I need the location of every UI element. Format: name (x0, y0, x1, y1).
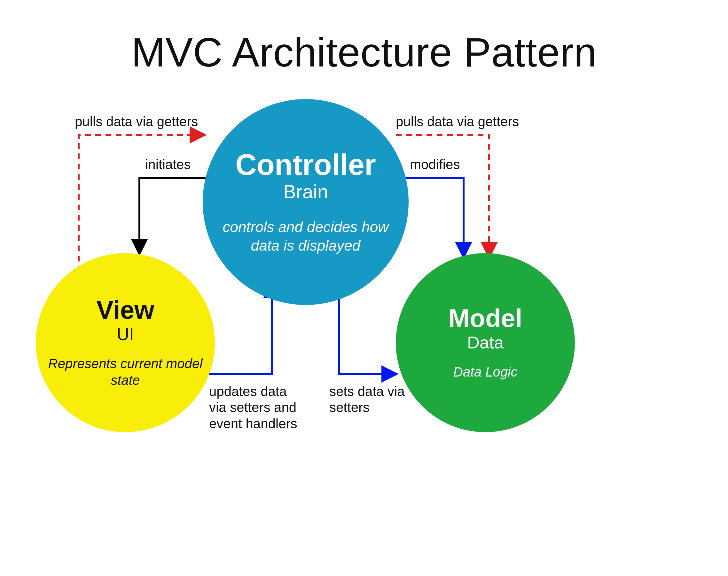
edge-controller-pulls-model (396, 135, 489, 256)
diagram-title: MVC Architecture Pattern (0, 29, 728, 76)
node-view-sub: UI (117, 324, 134, 344)
edge-label-initiates: initiates (145, 156, 191, 173)
edge-label-updates: updates data via setters and event handl… (209, 383, 305, 432)
node-model-sub: Data (467, 333, 504, 352)
edge-label-view-pulls: pulls data via getters (75, 114, 198, 130)
node-controller-desc: controls and decides how data is display… (212, 218, 399, 255)
edge-controller-initiates-view (139, 178, 207, 253)
node-model: Model Data Data Logic (396, 253, 575, 432)
diagram-canvas: MVC Architecture Pattern Controlle (0, 0, 728, 576)
edge-controller-modifies-model (404, 178, 464, 256)
edge-view-updates-controller (205, 285, 272, 374)
edge-controller-sets-model (339, 285, 395, 374)
node-controller-name: Controller (235, 149, 376, 180)
node-controller-sub: Brain (283, 181, 328, 203)
node-view-name: View (96, 297, 155, 323)
edge-label-modifies: modifies (410, 156, 460, 173)
edge-label-controller-pulls: pulls data via getters (396, 114, 519, 130)
node-model-desc: Data Logic (453, 364, 517, 381)
node-model-name: Model (448, 305, 522, 332)
edge-view-pulls-controller (79, 135, 203, 272)
node-view-desc: Represents current model state (46, 355, 205, 389)
node-controller: Controller Brain controls and decides ho… (203, 99, 409, 305)
edge-label-sets: sets data via setters (329, 383, 413, 416)
node-view: View UI Represents current model state (36, 253, 215, 432)
